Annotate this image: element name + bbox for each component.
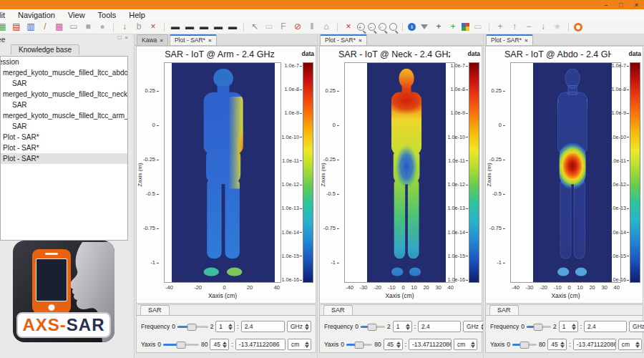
tab-plot-sar[interactable]: Plot - SAR* ×	[170, 34, 217, 45]
frequency-unit-combo[interactable]: GHz	[287, 321, 311, 332]
export-plot-icon[interactable]: ▬	[198, 21, 210, 32]
tab-close-icon[interactable]: ×	[525, 37, 528, 44]
yaxis-slider[interactable]	[346, 340, 372, 349]
tree-item[interactable]: merged_kyoto_muscle_filled_ltcc_abdo_ski…	[0, 67, 127, 78]
move-up-icon[interactable]: ↑	[509, 21, 520, 32]
save-plot-icon[interactable]: ▬	[170, 21, 181, 32]
favorite-icon[interactable]: ★	[552, 21, 563, 32]
menu-item[interactable]: Tools	[98, 11, 117, 19]
edit-icon[interactable]: /	[39, 21, 51, 32]
yaxis-unit-combo[interactable]: cm	[454, 339, 477, 350]
delete-icon[interactable]: ×	[147, 21, 159, 32]
sphere-icon[interactable]: ●	[97, 21, 108, 32]
spinner-arrows-icon[interactable]	[471, 342, 475, 348]
frequency-value-field[interactable]: 2.4	[241, 321, 285, 332]
axes-delete-icon[interactable]: ×	[343, 21, 354, 32]
spinner-arrows-icon[interactable]	[635, 342, 640, 348]
pause-icon[interactable]: ‖	[306, 21, 318, 32]
plot-area[interactable]	[510, 62, 621, 283]
spinner-arrows-icon[interactable]	[305, 324, 309, 330]
tree-item[interactable]: SAR	[0, 100, 127, 110]
yaxis-value-field[interactable]: -13.471122086	[235, 339, 286, 350]
image-export-icon[interactable]: ▦	[0, 21, 8, 32]
film-icon[interactable]: ▩	[54, 21, 65, 32]
menu-item[interactable]: View	[68, 11, 85, 19]
tree-item[interactable]: SAR	[0, 121, 127, 132]
color-image-icon[interactable]	[462, 23, 469, 31]
crosshair-green-icon[interactable]: +	[447, 21, 459, 32]
zoom-icon[interactable]	[389, 23, 397, 31]
export-data-icon[interactable]: ▬	[227, 21, 238, 32]
tree-item[interactable]: Plot - SAR*	[0, 142, 127, 153]
tree-item[interactable]: Session	[0, 57, 127, 67]
frequency-slider[interactable]	[361, 322, 385, 331]
chart-icon[interactable]: ▥	[25, 21, 36, 32]
cube-icon[interactable]: ■	[82, 21, 94, 32]
frequency-value-field[interactable]: 2.4	[584, 321, 627, 332]
yaxis-spinbox[interactable]: 45	[384, 339, 403, 350]
spinner-arrows-icon[interactable]	[572, 324, 576, 330]
frequency-spinbox[interactable]: 1	[215, 321, 235, 332]
yaxis-slider[interactable]	[163, 340, 199, 349]
zoom-region-icon[interactable]	[379, 23, 386, 31]
yaxis-value-field[interactable]: -13.471122086	[573, 339, 616, 350]
frequency-spinbox[interactable]: 1	[559, 321, 578, 332]
spinner-arrows-icon[interactable]	[228, 324, 233, 330]
move-icon[interactable]: +	[494, 21, 506, 32]
crosshair-icon[interactable]: +	[433, 21, 444, 32]
save-data-icon[interactable]: ▬	[213, 21, 224, 32]
dock-close-icon[interactable]: ×	[125, 34, 128, 41]
spinner-arrows-icon[interactable]	[396, 342, 401, 348]
menu-item[interactable]: Navigation	[18, 11, 55, 19]
spinner-arrows-icon[interactable]	[560, 342, 565, 348]
tree-item[interactable]: merged_kyoto_muscle_filled_ltcc_neck_ski…	[0, 89, 127, 100]
select-icon[interactable]: ▭	[263, 21, 275, 32]
save-plot-as-icon[interactable]: ▬	[184, 21, 195, 32]
frequency-value-field[interactable]: 2.4	[418, 321, 461, 332]
tab-close-icon[interactable]: ×	[358, 37, 362, 44]
yaxis-slider[interactable]	[512, 340, 537, 349]
tab-sar-controls[interactable]: SAR	[489, 305, 519, 315]
minimize-button[interactable]: –	[604, 1, 608, 9]
tree-item[interactable]: SAR	[0, 78, 127, 89]
remove-icon[interactable]: −	[523, 21, 535, 32]
zoom-in-icon[interactable]	[357, 23, 365, 31]
yaxis-unit-combo[interactable]: cm	[618, 339, 642, 350]
import-icon[interactable]: ↓	[119, 21, 130, 32]
frequency-unit-combo[interactable]: GHz	[629, 321, 644, 332]
frequency-spinbox[interactable]: 1	[393, 321, 412, 332]
yaxis-value-field[interactable]: -13.471122086	[409, 339, 452, 350]
home-icon[interactable]: ⌂	[321, 21, 332, 32]
tree-item[interactable]: Plot - SAR*	[0, 153, 127, 164]
yaxis-spinbox[interactable]: 45	[210, 339, 229, 350]
tab-plot-sar[interactable]: Plot - SAR* ×	[486, 34, 533, 45]
plot-area[interactable]	[164, 62, 281, 283]
frequency-slider[interactable]	[527, 322, 551, 331]
menu-item[interactable]: Edit	[0, 11, 5, 19]
filter-icon[interactable]	[421, 24, 428, 29]
database-icon[interactable]: b	[133, 21, 145, 32]
tab-sar-controls[interactable]: SAR	[140, 305, 170, 315]
tab-sar-controls[interactable]: SAR	[323, 305, 353, 315]
tab-kawa[interactable]: Kawa ×	[137, 34, 168, 45]
tree-item[interactable]: Plot - SAR*	[0, 132, 127, 142]
close-button[interactable]: ×	[635, 1, 638, 9]
dock-float-icon[interactable]: □	[117, 34, 121, 41]
yaxis-spinbox[interactable]: 45	[547, 339, 567, 350]
info-icon[interactable]	[408, 23, 416, 31]
tab-knowledge-base[interactable]: Knowledge base	[11, 44, 79, 54]
tree-item[interactable]: merged_kyoto_muscle_filled_ltcc_arm_skin…	[0, 110, 127, 121]
tab-plot-sar[interactable]: Plot - SAR* ×	[320, 34, 367, 45]
tab-close-icon[interactable]: ×	[160, 37, 163, 44]
tab-close-icon[interactable]: ×	[208, 37, 212, 44]
plot-area[interactable]	[344, 62, 455, 283]
page-icon[interactable]: ▭	[472, 21, 484, 32]
spinner-arrows-icon[interactable]	[406, 324, 410, 330]
move-down-icon[interactable]: ↓	[537, 21, 549, 32]
yaxis-unit-combo[interactable]: cm	[288, 339, 311, 350]
frequency-slider[interactable]	[177, 322, 208, 331]
help-ring-icon[interactable]	[574, 23, 582, 32]
maximize-button[interactable]: □	[619, 1, 623, 9]
block-icon[interactable]: ⊘	[292, 21, 303, 32]
menu-item[interactable]: Help	[129, 11, 145, 19]
